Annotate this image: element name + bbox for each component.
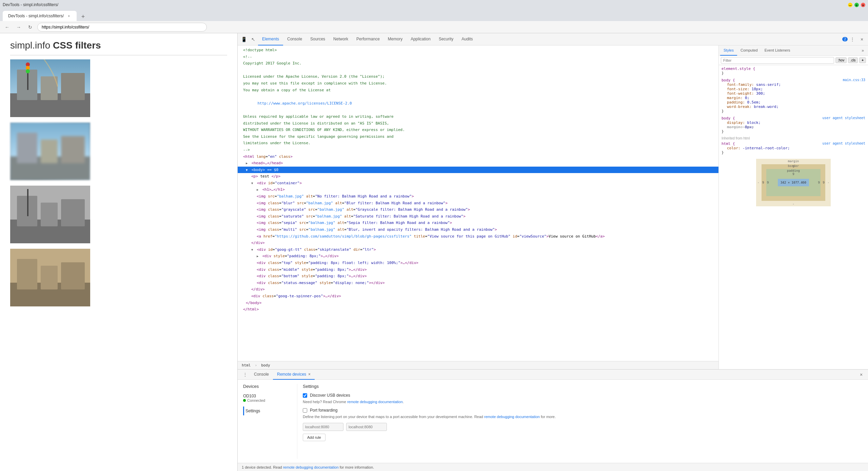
port-forward-checkbox[interactable] — [303, 408, 307, 413]
styles-tab-more[interactable]: » — [859, 48, 867, 53]
dom-line-body-close[interactable]: </body> — [238, 300, 718, 306]
bottom-panel-menu-button[interactable]: ⋮ — [240, 370, 250, 379]
dom-line-html-close[interactable]: </html> — [238, 306, 718, 313]
tab-audits[interactable]: Audits — [457, 33, 477, 45]
debugging-doc-link-2[interactable]: remote debugging documentation — [484, 415, 540, 419]
minimize-button[interactable]: – — [848, 3, 852, 7]
reload-button[interactable]: ↻ — [26, 23, 35, 32]
dom-line-goog-top[interactable]: <div class="top" style="padding: 8px; fl… — [238, 260, 718, 266]
port-input-device[interactable] — [346, 423, 387, 431]
dom-line-div-close1[interactable]: </div> — [238, 240, 718, 246]
close-bottom-panel-button[interactable]: × — [857, 371, 865, 379]
tab-sources[interactable]: Sources — [306, 33, 329, 45]
url-input[interactable] — [37, 23, 207, 32]
dom-line-img6[interactable]: <img class="multi" src="balham.jpg" alt=… — [238, 226, 718, 233]
maximize-button[interactable]: + — [854, 3, 859, 7]
dom-line-status-msg[interactable]: <div class="status-message" style="displ… — [238, 280, 718, 286]
dom-line-goog-div-inner1[interactable]: ▶ <div style="padding: 8px;">…</div> — [238, 253, 718, 260]
dom-line-warranty4[interactable]: See the License for the specific languag… — [238, 133, 718, 140]
dom-line-license2[interactable]: you may not use this file except in comp… — [238, 80, 718, 87]
hover-filter-button[interactable]: :hov — [835, 57, 847, 63]
dom-line-goog-bottom[interactable]: <div class="bottom" style="padding: 8px;… — [238, 273, 718, 280]
css-source-ua[interactable]: user agent stylesheet — [823, 116, 865, 120]
dom-line-warranty3[interactable]: WITHOUT WARRANTIES OR CONDITIONS OF ANY … — [238, 127, 718, 133]
toggle-device-button[interactable]: 📱 — [239, 35, 249, 44]
svg-point-8 — [26, 69, 30, 73]
dom-line-doctype[interactable]: <!doctype html> — [238, 47, 718, 54]
css-source-html-ua[interactable]: user agent stylesheet — [823, 142, 865, 145]
dom-line-spinner[interactable]: <div class="goog-te-spinner-pos">…</div> — [238, 293, 718, 300]
bottom-tab-remote-devices[interactable]: Remote devices × — [273, 370, 315, 380]
dom-line-goog-div[interactable]: ▼ <div id="goog-gt-tt" class="skiptransl… — [238, 246, 718, 253]
dom-line-comment-open[interactable]: <!-- — [238, 54, 718, 60]
dom-line-warranty1[interactable]: Unless required by applicable law or agr… — [238, 113, 718, 120]
dom-line-img4[interactable]: <img class="saturate" src="balham.jpg" a… — [238, 213, 718, 220]
discover-usb-checkbox[interactable] — [303, 393, 307, 398]
debugging-doc-link-1[interactable]: remote debugging documentation — [347, 400, 403, 404]
tab-console[interactable]: Console — [283, 33, 306, 45]
close-remote-tab-icon[interactable]: × — [308, 372, 311, 377]
forward-button[interactable]: → — [14, 23, 23, 32]
new-tab-button[interactable]: + — [79, 12, 87, 21]
svg-rect-17 — [41, 203, 58, 226]
body-selector-ua: body { user agent stylesheet — [722, 116, 865, 120]
cls-filter-button[interactable]: .cls — [848, 57, 858, 63]
dom-line-goog-middle[interactable]: <div class="middle" style="padding: 8px;… — [238, 266, 718, 273]
inspect-button[interactable]: ↖ — [249, 35, 258, 44]
styles-tab-styles[interactable]: Styles — [720, 45, 737, 56]
dom-line-img3[interactable]: <img class="grayscale" src="balham.jpg" … — [238, 206, 718, 213]
dom-line-license1[interactable]: Licensed under the Apache License, Versi… — [238, 73, 718, 80]
device-item[interactable]: OD103 Connected — [243, 392, 293, 404]
dom-line-img2[interactable]: <img class="blur" src="balham.jpg" alt="… — [238, 200, 718, 207]
tab-application[interactable]: Application — [407, 33, 435, 45]
active-tab[interactable]: DevTools - simpl.info/cssfilters/ × — [3, 11, 77, 21]
svg-rect-22 — [17, 259, 37, 289]
css-source-main[interactable]: main.css:33 — [843, 78, 865, 82]
styles-filter-input[interactable] — [721, 57, 834, 64]
breadcrumb-html[interactable]: html — [240, 362, 252, 368]
dom-line-warranty5[interactable]: limitations under the License. — [238, 140, 718, 147]
tab-network[interactable]: Network — [329, 33, 352, 45]
dom-line-head[interactable]: ▶ <head>…</head> — [238, 160, 718, 167]
dom-breadcrumb: html › body — [238, 361, 718, 369]
dom-line-blank2 — [238, 93, 718, 100]
add-style-rule-button[interactable]: + — [859, 57, 866, 63]
close-button[interactable]: × — [861, 3, 865, 7]
svg-rect-4 — [61, 73, 85, 100]
dom-line-copyright[interactable]: Copyright 2017 Google Inc. — [238, 60, 718, 67]
dom-line-img1[interactable]: <img src="balham.jpg" alt="No filter: Ba… — [238, 193, 718, 200]
dom-line-html[interactable]: <html lang="en" class> — [238, 153, 718, 160]
add-rule-button[interactable]: Add rule — [303, 434, 326, 441]
dom-line-warranty2[interactable]: distributed under the License is distrib… — [238, 120, 718, 127]
dom-content[interactable]: <!doctype html> <!-- Copyright 2017 Goog… — [238, 45, 718, 361]
settings-nav-item[interactable]: Settings — [243, 407, 293, 415]
devtools-close-button[interactable]: × — [857, 35, 867, 44]
svg-rect-13 — [61, 136, 85, 163]
styles-tab-computed[interactable]: Computed — [737, 45, 761, 56]
breadcrumb-body[interactable]: body — [260, 362, 272, 368]
bm-border-right-val: 9 — [823, 181, 825, 184]
close-tab-button[interactable]: × — [66, 14, 71, 18]
body-rule-ua: body { user agent stylesheet display: bl… — [722, 116, 865, 134]
dom-line-div-close2[interactable]: </div> — [238, 286, 718, 293]
devtools-more-button[interactable]: ⋮ — [848, 35, 857, 44]
dom-line-p-test[interactable]: <p> test </p> — [238, 173, 718, 180]
dom-line-license-url[interactable]: http://www.apache.org/licenses/LICENSE-2… — [238, 100, 718, 107]
dom-line-anchor[interactable]: <a href="https://github.com/samdutton/si… — [238, 233, 718, 240]
bottom-tab-bar: ⋮ Console Remote devices × × — [238, 370, 868, 380]
tab-security[interactable]: Security — [435, 33, 457, 45]
dom-line-h1[interactable]: ▶ <h1>…</h1> — [238, 186, 718, 193]
tab-performance[interactable]: Performance — [352, 33, 384, 45]
dom-line-div-container[interactable]: ▼ <div id="container"> — [238, 180, 718, 187]
back-button[interactable]: ← — [3, 23, 12, 32]
dom-line-body[interactable]: ▼ <body> == $0 — [238, 167, 718, 173]
bottom-tab-console[interactable]: Console — [250, 370, 273, 380]
tab-elements[interactable]: Elements — [258, 33, 283, 45]
dom-line-comment-close[interactable]: --> — [238, 147, 718, 153]
dom-line-img5[interactable]: <img class="sepia" src="balham.jpg" alt=… — [238, 220, 718, 226]
tab-memory[interactable]: Memory — [384, 33, 407, 45]
port-input-local[interactable] — [303, 423, 343, 431]
status-debug-link[interactable]: remote debugging documentation — [283, 465, 339, 469]
dom-line-license3[interactable]: You may obtain a copy of the License at — [238, 87, 718, 94]
styles-tab-event-listeners[interactable]: Event Listeners — [761, 45, 794, 56]
